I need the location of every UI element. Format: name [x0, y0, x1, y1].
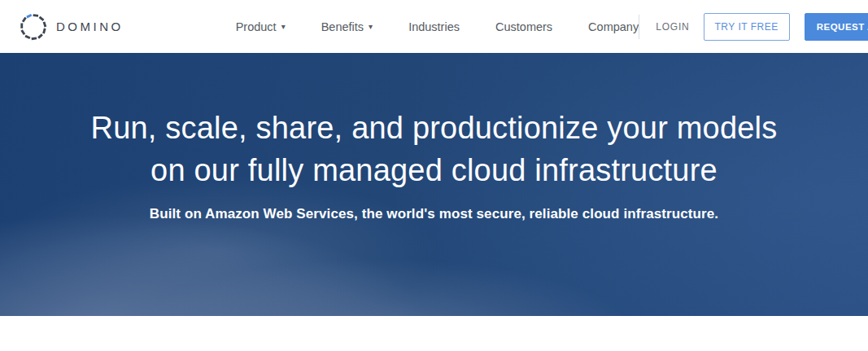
hero-heading: Run, scale, share, and productionize you… — [0, 107, 868, 191]
main-nav: Product ▾ Benefits ▾ Industries Customer… — [236, 20, 639, 33]
hero-heading-line1: Run, scale, share, and productionize you… — [0, 107, 868, 149]
nav-item-label: Industries — [408, 20, 460, 33]
below-fold-white-area — [0, 316, 868, 351]
nav-item-company[interactable]: Company — [588, 20, 639, 33]
nav-item-label: Product — [236, 20, 277, 33]
top-navigation-bar: DOMINO Product ▾ Benefits ▾ Industries C… — [0, 0, 868, 53]
nav-item-industries[interactable]: Industries — [408, 20, 460, 33]
header-divider — [639, 15, 639, 39]
domino-spinner-icon — [18, 11, 49, 42]
brand-name: DOMINO — [56, 20, 124, 33]
hero-heading-line2: on our fully managed cloud infrastructur… — [0, 149, 868, 191]
hero-subheading: Built on Amazon Web Services, the world'… — [0, 206, 868, 222]
domino-logo[interactable]: DOMINO — [18, 11, 124, 42]
chevron-down-icon: ▾ — [281, 23, 286, 31]
request-a-demo-button[interactable]: REQUEST A DEMO — [805, 13, 868, 41]
nav-item-label: Company — [588, 20, 639, 33]
header-actions: LOGIN TRY IT FREE REQUEST A DEMO — [639, 13, 868, 41]
nav-item-label: Benefits — [321, 20, 364, 33]
nav-item-customers[interactable]: Customers — [495, 20, 552, 33]
hero-section: Run, scale, share, and productionize you… — [0, 53, 868, 316]
nav-item-benefits[interactable]: Benefits ▾ — [321, 20, 373, 33]
login-link[interactable]: LOGIN — [656, 21, 689, 33]
chevron-down-icon: ▾ — [369, 23, 373, 31]
nav-item-product[interactable]: Product ▾ — [236, 20, 286, 33]
try-it-free-button[interactable]: TRY IT FREE — [704, 13, 790, 41]
nav-item-label: Customers — [495, 20, 552, 33]
